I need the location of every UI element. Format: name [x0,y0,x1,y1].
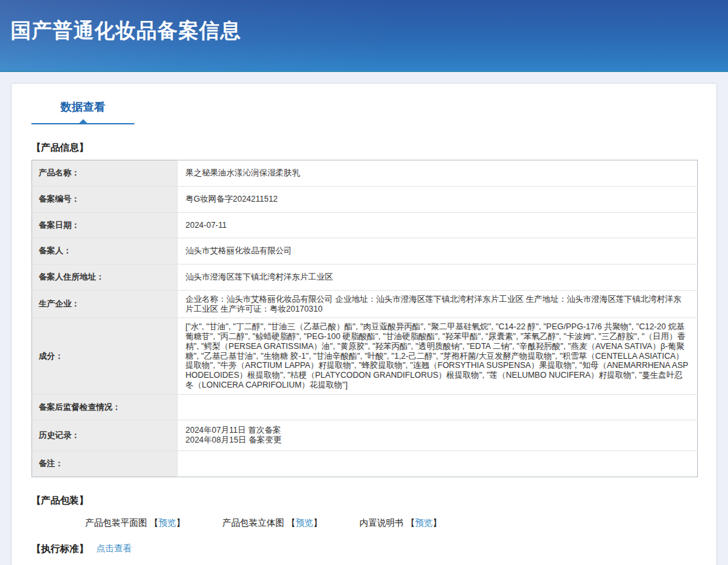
row-value: 汕头市澄海区莲下镇北湾村洋东片工业区 [178,264,698,291]
standard-view-link[interactable]: 点击查看 [96,543,132,555]
row-label: 备案日期： [32,212,178,238]
table-row: 历史记录： 2024年07月11日 首次备案 2024年08月15日 备案变更 [32,420,698,451]
bracket: 【 [287,518,296,528]
bracket: 】 [313,518,322,528]
row-label: 备案后监督检查情况： [32,394,178,420]
row-value-ingredients: ["水", "甘油", "丁二醇", "甘油三（乙基己酸）酯", "肉豆蔻酸异丙… [178,318,698,394]
row-value-history: 2024年07月11日 首次备案 2024年08月15日 备案变更 [178,420,698,451]
table-row: 备案人： 汕头市艾格丽化妆品有限公司 [32,238,698,264]
preview-link-manual[interactable]: 预览 [415,518,432,528]
row-value [178,450,698,477]
row-label: 备案编号： [32,186,178,212]
preview-link-3d[interactable]: 预览 [296,518,313,528]
packaging-item-manual: 内置说明书 【预览】 [360,517,442,529]
row-label: 备注： [32,450,178,477]
row-value: 2024-07-11 [178,212,698,238]
packaging-item-3d: 产品包装立体图 【预览】 [222,517,322,529]
table-row: 备案编号： 粤G妆网备字2024211512 [32,186,698,212]
bracket: 【 [149,518,159,528]
packaging-item-label: 内置说明书 [360,518,404,528]
table-row: 备案后监督检查情况： [32,394,698,420]
preview-link-flat[interactable]: 预览 [159,518,176,528]
tab-caret-icon [79,119,87,123]
section-product-info-title: 【产品信息】 [31,141,697,154]
table-row: 成分： ["水", "甘油", "丁二醇", "甘油三（乙基己酸）酯", "肉豆… [32,318,698,394]
bracket: 】 [176,518,185,528]
section-packaging-title: 【产品包装】 [31,494,697,507]
row-value: 汕头市艾格丽化妆品有限公司 [178,238,698,264]
packaging-row: 产品包装平面图 【预览】 产品包装立体图 【预览】 内置说明书 【预览】 [85,517,697,529]
row-label: 生产企业： [32,290,178,318]
tab-bar: 数据查看 [12,84,716,124]
tab-data-view-label: 数据查看 [61,101,105,113]
section-standard-title: 【执行标准】 [31,543,88,555]
table-row: 生产企业： 企业名称：汕头市艾格丽化妆品有限公司 企业地址：汕头市澄海区莲下镇北… [32,290,698,318]
table-row: 产品名称： 果之秘果油水漾沁润保湿柔肤乳 [32,160,698,187]
packaging-item-label: 产品包装立体图 [222,518,284,528]
bracket: 】 [432,518,442,528]
row-value [178,394,698,420]
row-label: 备案人： [32,238,178,264]
row-value: 粤G妆网备字2024211512 [178,186,698,212]
table-row: 备案日期： 2024-07-11 [32,212,698,238]
row-label: 历史记录： [32,420,178,451]
row-label: 成分： [32,318,178,394]
row-label: 备案人住所地址： [32,264,178,291]
product-info-table: 产品名称： 果之秘果油水漾沁润保湿柔肤乳 备案编号： 粤G妆网备字2024211… [31,160,698,477]
bracket: 【 [406,518,415,528]
tab-data-view[interactable]: 数据查看 [31,100,134,124]
page-header: 国产普通化妆品备案信息 [0,0,728,72]
standard-row: 【执行标准】 点击查看 [31,543,697,555]
packaging-item-label: 产品包装平面图 [85,518,147,528]
content-card: 数据查看 【产品信息】 产品名称： 果之秘果油水漾沁润保湿柔肤乳 备案编号： 粤… [12,84,716,565]
row-label: 产品名称： [32,160,178,187]
table-row: 备注： [32,450,698,477]
row-value: 企业名称：汕头市艾格丽化妆品有限公司 企业地址：汕头市澄海区莲下镇北湾村洋东片工… [178,290,698,318]
table-row: 备案人住所地址： 汕头市澄海区莲下镇北湾村洋东片工业区 [32,264,698,291]
row-value: 果之秘果油水漾沁润保湿柔肤乳 [178,160,698,187]
packaging-item-flat: 产品包装平面图 【预览】 [85,517,185,529]
page-title: 国产普通化妆品备案信息 [10,17,728,45]
